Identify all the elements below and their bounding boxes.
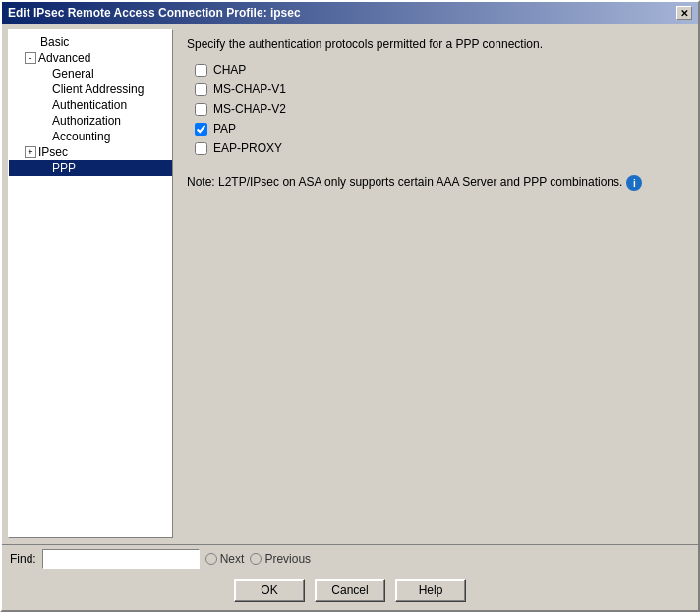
- content-area: Basic - Advanced General Client Addressi…: [2, 24, 698, 544]
- pap-checkbox-item: PAP: [195, 122, 684, 136]
- eap-proxy-label: EAP-PROXY: [213, 141, 282, 155]
- sidebar-item-basic[interactable]: Basic: [9, 34, 172, 50]
- sidebar-item-ppp[interactable]: PPP: [9, 160, 172, 176]
- main-panel: Specify the authentication protocols per…: [179, 29, 692, 538]
- previous-label: Previous: [264, 552, 311, 566]
- info-icon[interactable]: i: [626, 175, 642, 191]
- sidebar-item-advanced[interactable]: - Advanced: [9, 50, 172, 66]
- mschapv1-label: MS-CHAP-V1: [213, 83, 286, 96]
- next-label: Next: [220, 552, 245, 566]
- pap-label: PAP: [213, 122, 236, 136]
- sidebar-item-ipsec[interactable]: + IPsec: [9, 144, 172, 160]
- mschapv2-checkbox-item: MS-CHAP-V2: [195, 102, 684, 116]
- footer-buttons: OK Cancel Help: [2, 573, 698, 610]
- sidebar-item-authentication[interactable]: Authentication: [9, 97, 172, 113]
- help-button[interactable]: Help: [395, 579, 466, 602]
- pap-checkbox[interactable]: [195, 123, 207, 136]
- mschapv1-checkbox[interactable]: [195, 83, 207, 96]
- next-button[interactable]: Next: [205, 552, 245, 566]
- expander-advanced[interactable]: -: [25, 52, 36, 64]
- previous-radio-icon: [250, 553, 262, 565]
- expander-ipsec[interactable]: +: [25, 146, 36, 158]
- close-button[interactable]: ✕: [676, 6, 692, 20]
- window-title: Edit IPsec Remote Access Connection Prof…: [8, 6, 301, 20]
- previous-button[interactable]: Previous: [250, 552, 311, 566]
- title-bar: Edit IPsec Remote Access Connection Prof…: [2, 2, 698, 24]
- protocol-checkbox-group: CHAP MS-CHAP-V1 MS-CHAP-V2 PAP: [195, 63, 684, 155]
- sidebar-item-general[interactable]: General: [9, 66, 172, 82]
- sidebar-item-client-addressing[interactable]: Client Addressing: [9, 82, 172, 97]
- mschapv1-checkbox-item: MS-CHAP-V1: [195, 83, 684, 96]
- chap-checkbox[interactable]: [195, 64, 207, 77]
- chap-label: CHAP: [213, 63, 246, 77]
- note-area: Note: L2TP/IPsec on ASA only supports ce…: [187, 175, 684, 191]
- cancel-button[interactable]: Cancel: [315, 579, 385, 602]
- ok-button[interactable]: OK: [234, 579, 305, 602]
- find-bar: Find: Next Previous: [2, 544, 698, 573]
- eap-proxy-checkbox-item: EAP-PROXY: [195, 141, 684, 155]
- panel-description: Specify the authentication protocols per…: [187, 37, 684, 51]
- sidebar-item-accounting[interactable]: Accounting: [9, 129, 172, 144]
- note-text: Note: L2TP/IPsec on ASA only supports ce…: [187, 175, 622, 189]
- eap-proxy-checkbox[interactable]: [195, 142, 207, 155]
- next-radio-icon: [205, 553, 217, 565]
- mschapv2-label: MS-CHAP-V2: [213, 102, 286, 116]
- chap-checkbox-item: CHAP: [195, 63, 684, 77]
- sidebar-tree: Basic - Advanced General Client Addressi…: [8, 29, 173, 538]
- find-label: Find:: [10, 552, 36, 566]
- main-window: Edit IPsec Remote Access Connection Prof…: [0, 0, 700, 612]
- mschapv2-checkbox[interactable]: [195, 103, 207, 116]
- sidebar-item-authorization[interactable]: Authorization: [9, 113, 172, 129]
- find-input[interactable]: [42, 549, 200, 569]
